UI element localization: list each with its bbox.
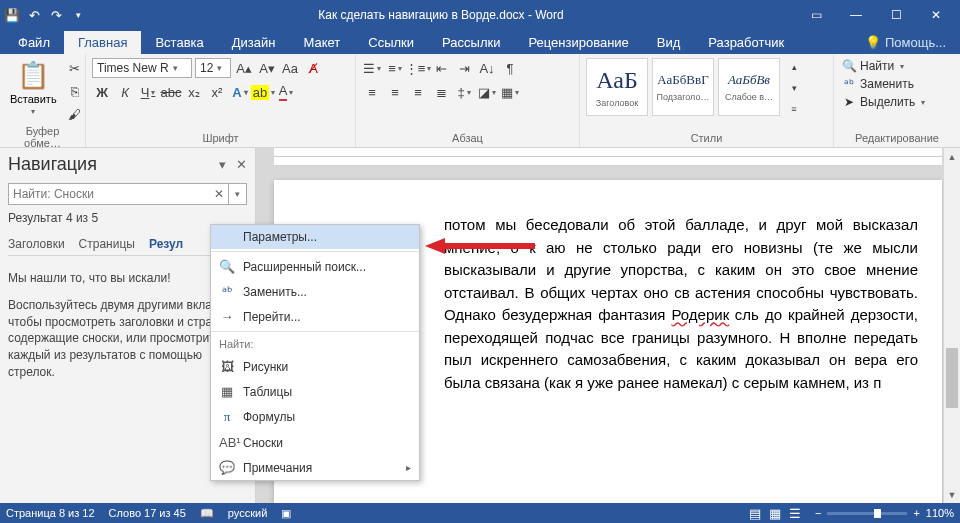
nav-search-dropdown[interactable]: ▾ (229, 183, 247, 205)
vertical-scrollbar[interactable]: ▲ ▼ (943, 148, 960, 503)
menu-find-pictures[interactable]: 🖼Рисунки (211, 354, 419, 379)
menu-find-formulas[interactable]: πФормулы (211, 404, 419, 430)
clipboard-group-label: Буфер обме… (6, 124, 79, 150)
chevron-down-icon: ▾ (217, 63, 222, 73)
tab-view[interactable]: Вид (643, 31, 695, 54)
nav-tab-results[interactable]: Резул (149, 235, 183, 253)
menu-goto[interactable]: →Перейти... (211, 304, 419, 329)
ribbon-opts-icon[interactable]: ▭ (796, 0, 836, 30)
menu-find-comments[interactable]: 💬Примечания▸ (211, 455, 419, 480)
cut-icon[interactable]: ✂ (65, 58, 85, 78)
footnote-icon: AB¹ (219, 435, 235, 450)
status-page[interactable]: Страница 8 из 12 (6, 507, 95, 519)
font-color-icon[interactable]: A▾ (276, 82, 296, 102)
menu-options[interactable]: Параметры... (211, 225, 419, 249)
zoom-slider[interactable] (827, 512, 907, 515)
undo-icon[interactable]: ↶ (26, 7, 42, 23)
nav-close-icon[interactable]: ✕ (236, 157, 247, 172)
subscript-button[interactable]: x₂ (184, 82, 204, 102)
styles-scroll-down-icon[interactable]: ▾ (784, 79, 804, 97)
find-button[interactable]: 🔍Найти▾ (840, 58, 927, 74)
status-words[interactable]: Слово 17 из 45 (109, 507, 186, 519)
borders-icon[interactable]: ▦▾ (500, 82, 520, 102)
align-left-icon[interactable]: ≡ (362, 82, 382, 102)
numbering-icon[interactable]: ≡▾ (385, 58, 405, 78)
grow-font-icon[interactable]: A▴ (234, 58, 254, 78)
tab-mailings[interactable]: Рассылки (428, 31, 514, 54)
tab-file[interactable]: Файл (4, 31, 64, 54)
shading-icon[interactable]: ◪▾ (477, 82, 497, 102)
status-proofing-icon[interactable]: 📖 (200, 507, 214, 520)
font-name-combo[interactable]: Times New R▾ (92, 58, 192, 78)
menu-find-tables[interactable]: ▦Таблицы (211, 379, 419, 404)
view-web-icon[interactable]: ☰ (789, 506, 801, 521)
tab-home[interactable]: Главная (64, 31, 141, 54)
tell-me[interactable]: 💡Помощь... (855, 31, 956, 54)
replace-button[interactable]: ᵃᵇЗаменить (840, 76, 927, 92)
scroll-down-icon[interactable]: ▼ (944, 486, 960, 503)
zoom-value[interactable]: 110% (926, 507, 954, 519)
change-case-icon[interactable]: Aa (280, 58, 300, 78)
shrink-font-icon[interactable]: A▾ (257, 58, 277, 78)
redo-icon[interactable]: ↷ (48, 7, 64, 23)
align-right-icon[interactable]: ≡ (408, 82, 428, 102)
status-macro-icon[interactable]: ▣ (281, 507, 291, 520)
clear-format-icon[interactable]: A̸ (303, 58, 323, 78)
nav-search-input[interactable]: Найти: Сноски ✕ (8, 183, 229, 205)
style-heading[interactable]: АаБЗаголовок (586, 58, 648, 116)
scroll-up-icon[interactable]: ▲ (944, 148, 960, 165)
text-effects-icon[interactable]: A▾ (230, 82, 250, 102)
paste-button[interactable]: 📋 Вставить ▾ (6, 58, 61, 118)
menu-advanced-find[interactable]: 🔍Расширенный поиск... (211, 254, 419, 279)
tab-review[interactable]: Рецензирование (514, 31, 642, 54)
menu-find-footnotes[interactable]: AB¹Сноски (211, 430, 419, 455)
multilevel-icon[interactable]: ⋮≡▾ (408, 58, 428, 78)
align-center-icon[interactable]: ≡ (385, 82, 405, 102)
clear-search-icon[interactable]: ✕ (214, 187, 224, 201)
tab-layout[interactable]: Макет (289, 31, 354, 54)
select-button[interactable]: ➤Выделить▾ (840, 94, 927, 110)
indent-left-icon[interactable]: ⇤ (431, 58, 451, 78)
italic-button[interactable]: К (115, 82, 135, 102)
sort-icon[interactable]: A↓ (477, 58, 497, 78)
style-subtitle[interactable]: АаБбВвГПодзаголо… (652, 58, 714, 116)
bold-button[interactable]: Ж (92, 82, 112, 102)
tab-insert[interactable]: Вставка (141, 31, 217, 54)
menu-replace[interactable]: ᵃᵇЗаменить... (211, 279, 419, 304)
view-read-icon[interactable]: ▤ (749, 506, 761, 521)
superscript-button[interactable]: x² (207, 82, 227, 102)
format-painter-icon[interactable]: 🖌 (65, 104, 85, 124)
nav-result-count: Результат 4 из 5 (8, 211, 247, 225)
maximize-icon[interactable]: ☐ (876, 0, 916, 30)
underline-button[interactable]: Ч▾ (138, 82, 158, 102)
save-icon[interactable]: 💾 (4, 7, 20, 23)
font-size-combo[interactable]: 12▾ (195, 58, 231, 78)
bullets-icon[interactable]: ☰▾ (362, 58, 382, 78)
nav-tab-headings[interactable]: Заголовки (8, 235, 65, 253)
tab-design[interactable]: Дизайн (218, 31, 290, 54)
minimize-icon[interactable]: — (836, 0, 876, 30)
nav-options-icon[interactable]: ▾ (219, 157, 226, 172)
styles-scroll-up-icon[interactable]: ▴ (784, 58, 804, 76)
strike-button[interactable]: abc (161, 82, 181, 102)
highlight-icon[interactable]: ab▾ (253, 82, 273, 102)
tab-references[interactable]: Ссылки (354, 31, 428, 54)
styles-more-icon[interactable]: ≡ (784, 100, 804, 118)
ruler[interactable] (274, 148, 942, 166)
view-print-icon[interactable]: ▦ (769, 506, 781, 521)
close-icon[interactable]: ✕ (916, 0, 956, 30)
tab-developer[interactable]: Разработчик (694, 31, 798, 54)
zoom-in-icon[interactable]: + (913, 507, 919, 519)
indent-right-icon[interactable]: ⇥ (454, 58, 474, 78)
copy-icon[interactable]: ⎘ (65, 81, 85, 101)
zoom-out-icon[interactable]: − (815, 507, 821, 519)
style-subtle[interactable]: АаБбВвСлабое в… (718, 58, 780, 116)
line-spacing-icon[interactable]: ‡▾ (454, 82, 474, 102)
justify-icon[interactable]: ≣ (431, 82, 451, 102)
show-marks-icon[interactable]: ¶ (500, 58, 520, 78)
scrollbar-thumb[interactable] (946, 348, 958, 408)
status-language[interactable]: русский (228, 507, 267, 519)
qat-customize-icon[interactable]: ▾ (70, 7, 86, 23)
zoom-controls: − + 110% (815, 507, 954, 519)
nav-tab-pages[interactable]: Страницы (79, 235, 135, 253)
